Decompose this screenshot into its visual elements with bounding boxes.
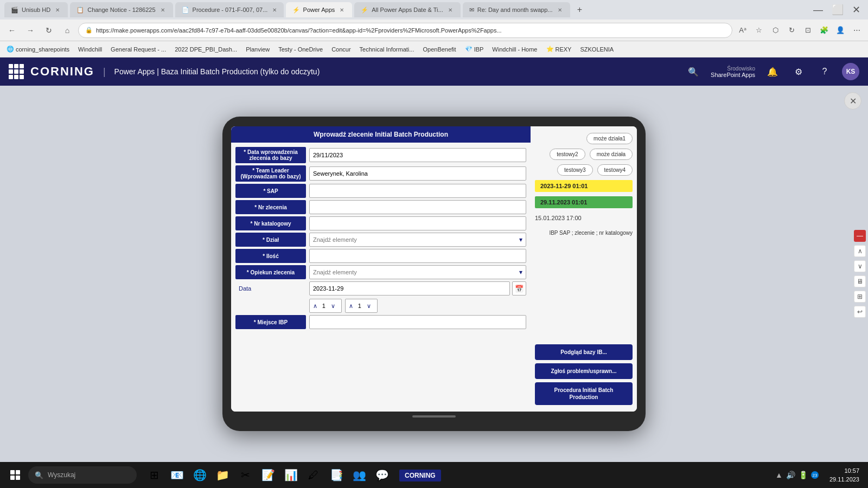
bookmark-general-request[interactable]: General Request - ... [108,45,168,54]
number-select-2[interactable]: ∧ 1 ∨ [345,299,378,313]
taskbar-search-bar[interactable]: 🔍 Wyszukaj [28,466,137,484]
btn-zglos-problem[interactable]: Zgłoś problem/usprawn... [535,363,633,379]
bookmark-corning-sharepoints[interactable]: 🌐 corning_sharepoints [4,44,72,54]
badge-moze-dziala1[interactable]: może działa1 [586,133,633,144]
taskbar-clock[interactable]: 10:57 29.11.2023 [825,466,864,484]
taskbar-task-view[interactable]: ⊞ [143,464,165,486]
corning-taskbar-badge[interactable]: CORNING [399,471,441,479]
tab-close-btn[interactable]: ✕ [338,6,346,14]
select-dzial[interactable]: ▾ [309,233,526,247]
menu-btn[interactable]: ⋯ [850,23,864,37]
refresh-btn[interactable]: ↻ [784,23,799,37]
user-avatar[interactable]: KS [842,63,859,80]
select-opiekun[interactable]: ▾ [309,265,526,279]
tab-close-btn[interactable]: ✕ [159,6,167,14]
bookmark-dpe[interactable]: 2022 DPE_PBI_Dash... [173,45,239,54]
btn-procedura[interactable]: Procedura Initial Batch Production [535,382,633,405]
taskbar-word[interactable]: 📝 [257,464,279,486]
side-monitor-btn[interactable]: 🖥 [854,275,866,287]
search-header-btn[interactable]: 🔍 [685,63,702,80]
lock-icon: 🔒 [85,27,93,34]
taskbar-teams[interactable]: 👥 [348,464,370,486]
bookmark-rexy[interactable]: ⭐ REXY [544,44,574,54]
badge-testowy4[interactable]: testowy4 [597,164,633,176]
profile-btn[interactable]: 👤 [833,23,847,37]
tab-procedure[interactable]: 📄 Procedure - 071-F-007, 07... ✕ [175,2,284,17]
tab-close-btn[interactable]: ✕ [54,6,61,14]
start-button[interactable] [4,464,26,486]
taskbar-chat[interactable]: 💬 [371,464,393,486]
bookmark-szkolenia[interactable]: SZKOLENIA [578,45,616,54]
bookmark-onedrive[interactable]: Testy - OneDrive [276,45,325,54]
calendar-icon[interactable]: 📅 [512,281,526,296]
bookmark-windchill-home[interactable]: Windchill - Home [490,45,539,54]
bookmark-btn[interactable]: ☆ [752,23,766,37]
tab-unisub[interactable]: 🎬 Unisub HD ✕ [4,2,68,17]
bookmark-openbenefit[interactable]: OpenBenefit [420,45,458,54]
battery-icon[interactable]: 🔋 [799,471,808,479]
network-icon[interactable]: ▲ [775,471,783,479]
taskbar-outlook[interactable]: 📧 [166,464,188,486]
side-grid-btn[interactable]: ⊞ [854,291,866,303]
number-select-1[interactable]: ∧ 1 ∨ [309,299,342,313]
minimize-btn[interactable]: — [810,4,826,16]
home-button[interactable]: ⌂ [60,23,75,38]
taskbar-excel[interactable]: 📊 [280,464,302,486]
apps-grid-icon[interactable] [9,64,24,79]
tab-powerapps[interactable]: ⚡ Power Apps ✕ [286,2,353,17]
extensions-btn[interactable]: 🧩 [817,23,831,37]
side-chevron-down-btn[interactable]: ∨ [854,260,866,272]
reload-button[interactable]: ↻ [41,23,56,38]
badge-moze-dziala[interactable]: może działa [590,149,633,160]
split-view-btn[interactable]: ⊡ [801,23,815,37]
tab-label: Unisub HD [22,7,50,13]
notifications-btn[interactable]: 🔔 [764,63,781,80]
help-btn[interactable]: ? [816,63,833,80]
bookmark-technical[interactable]: Technical Informati... [358,45,417,54]
taskbar-sway[interactable]: 🖊 [303,464,324,486]
btn-podglad-bazy[interactable]: Podgląd bazy IB... [535,344,633,360]
tab-email[interactable]: ✉ Re: Day and month swapp... ✕ [463,2,570,17]
select-opiekun-input[interactable] [313,269,519,275]
tab-change-notice[interactable]: 📋 Change Notice - 1286225 ✕ [70,2,173,17]
tab-favicon: ⚡ [292,7,300,14]
reader-mode-btn[interactable]: Aᵃ [736,23,750,37]
tablet-home-indicator[interactable] [412,415,456,418]
taskbar-powerpoint[interactable]: 📑 [326,464,347,486]
bookmark-planview[interactable]: Planview [244,45,272,54]
tab-allpowerapps[interactable]: ⚡ All Power Apps Date & Ti... ✕ [354,2,460,17]
badge-testowy3[interactable]: testowy3 [557,164,592,176]
select-dzial-input[interactable] [313,236,519,243]
side-chevron-up-btn[interactable]: ∧ [854,245,866,257]
input-nr-katalogowy[interactable] [309,216,526,230]
tab-close-btn[interactable]: ✕ [556,6,564,14]
input-miejsce-ibp[interactable] [309,315,526,329]
back-button[interactable]: ← [4,23,20,38]
tablet-screen: Wprowadź zlecenie Initial Batch Producti… [231,126,637,412]
notification-badge[interactable]: 23 [811,471,819,479]
settings-btn[interactable]: ⚙ [790,63,807,80]
tab-close-btn[interactable]: ✕ [446,6,454,14]
bookmark-concur[interactable]: Concur [329,45,353,54]
restore-btn[interactable]: ⬜ [828,4,847,16]
close-btn[interactable]: ✕ [849,4,864,16]
bookmark-windchill[interactable]: Windchill [76,45,104,54]
input-ilosc[interactable] [309,249,526,263]
new-tab-button[interactable]: + [572,2,588,17]
badge-testowy2[interactable]: testowy2 [550,149,585,160]
date-input[interactable]: 2023-11-29 [309,281,510,296]
volume-icon[interactable]: 🔊 [786,471,795,479]
bookmark-ibp[interactable]: 💎 IBP [463,44,486,54]
taskbar-explorer[interactable]: 📁 [212,464,233,486]
input-nr-zlecenia[interactable] [309,200,526,214]
tab-close-btn[interactable]: ✕ [271,6,278,14]
taskbar-edge[interactable]: 🌐 [189,464,210,486]
close-overlay-button[interactable]: ✕ [844,92,861,110]
input-sap[interactable] [309,184,526,198]
side-red-btn[interactable]: — [854,230,866,242]
taskbar-snagit[interactable]: ✂ [234,464,256,486]
side-exit-btn[interactable]: ↩ [854,306,866,318]
collections-btn[interactable]: ⬡ [768,23,782,37]
forward-button[interactable]: → [23,23,38,38]
address-bar[interactable]: 🔒 https://make.powerapps.com/e/aac2fd84-… [78,23,732,38]
